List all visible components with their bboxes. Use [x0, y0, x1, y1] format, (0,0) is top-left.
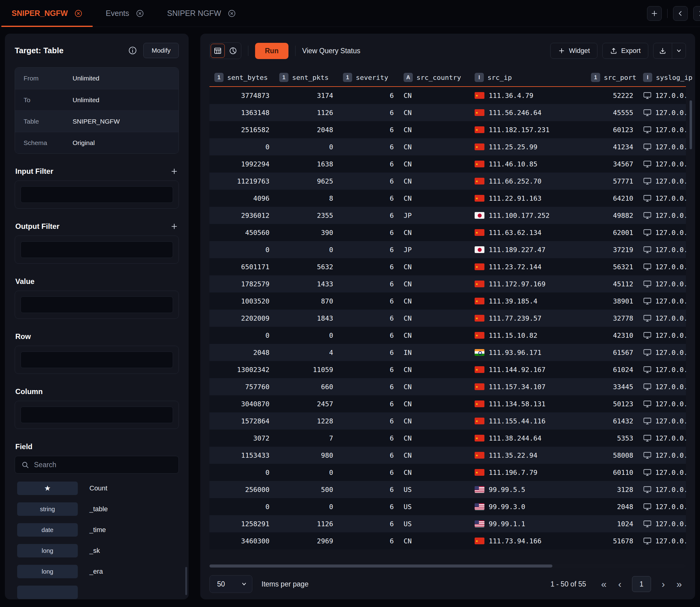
- cell-value: 0: [329, 469, 333, 476]
- table-row[interactable]: 409686CN111.22.91.16364210127.0.0.1: [209, 190, 686, 207]
- field-type-badge: [17, 586, 78, 599]
- add-widget-button[interactable]: Widget: [550, 43, 597, 59]
- column-header-severity[interactable]: 1severity: [338, 68, 399, 86]
- table-row[interactable]: 10035208706CN111.39.185.438901127.0.0.1: [209, 292, 686, 310]
- page-size-select[interactable]: 50: [209, 575, 252, 593]
- input-filter-field[interactable]: [21, 186, 173, 203]
- field-item-count[interactable]: ★Count: [15, 478, 179, 499]
- table-row[interactable]: 006CN111.25.25.9941234127.0.0.1: [209, 138, 686, 155]
- table-view-button[interactable]: [211, 44, 225, 58]
- next-page-button[interactable]: ›: [657, 577, 670, 591]
- column-header-src_country[interactable]: Asrc_country: [399, 68, 470, 86]
- table-row[interactable]: 157286412286CN111.155.44.11661432127.0.0…: [209, 413, 686, 430]
- horizontal-scrollbar-thumb[interactable]: [209, 564, 553, 567]
- prev-page-button[interactable]: ‹: [613, 577, 626, 591]
- table-row[interactable]: 7577606606CN111.157.34.10733445127.0.0.1: [209, 378, 686, 395]
- cell-value: CN: [404, 126, 412, 134]
- table-row[interactable]: 136314811266CN111.56.246.6445555127.0.0.…: [209, 104, 686, 121]
- cell-syslog_ip: 127.0.0.1: [638, 172, 686, 190]
- chart-view-button[interactable]: [226, 44, 240, 58]
- add-input-filter-button[interactable]: [170, 167, 178, 175]
- table-row[interactable]: 11534339806CN111.35.22.9458008127.0.0.1: [209, 447, 686, 464]
- table-row[interactable]: 2560005006US99.99.5.53128127.0.0.1: [209, 481, 686, 498]
- first-page-button[interactable]: «: [597, 577, 611, 591]
- column-header-src_ip[interactable]: Isrc_ip: [470, 68, 586, 86]
- cell-value: 6: [390, 126, 394, 134]
- table-row[interactable]: 006CN111.15.10.8242310127.0.0.1: [209, 327, 686, 344]
- tab-close-icon[interactable]: [136, 9, 144, 17]
- cell-severity: 6: [338, 464, 399, 481]
- info-icon[interactable]: [128, 46, 137, 55]
- table-row[interactable]: 251658220486CN111.182.157.23160123127.0.…: [209, 121, 686, 138]
- table-row[interactable]: 006CN111.196.7.7960110127.0.0.1: [209, 464, 686, 481]
- scroll-tabs-left-button[interactable]: [673, 6, 688, 21]
- column-header-sent_bytes[interactable]: 1sent_bytes: [209, 68, 274, 86]
- output-filter-field[interactable]: [21, 242, 173, 258]
- download-options-button[interactable]: [672, 43, 686, 59]
- cell-src_country: CN: [399, 327, 470, 344]
- table-row[interactable]: 006US99.99.3.02048127.0.0.1: [209, 498, 686, 515]
- field-item--sk[interactable]: long_sk: [15, 540, 179, 561]
- modify-button[interactable]: Modify: [143, 43, 179, 58]
- add-output-filter-button[interactable]: [170, 223, 178, 230]
- host-monitor-icon: [643, 349, 652, 356]
- table-row[interactable]: 304087024576CN111.134.58.13150123127.0.0…: [209, 395, 686, 413]
- download-button[interactable]: [654, 43, 672, 59]
- cell-src_ip: 111.38.244.64: [470, 430, 586, 447]
- cell-value: 5632: [317, 263, 333, 271]
- table-row[interactable]: 13002342110596CN111.144.92.16761024127.0…: [209, 361, 686, 378]
- row-field[interactable]: [21, 352, 173, 368]
- column-header-src_port[interactable]: 1src_port: [586, 68, 638, 86]
- table-row[interactable]: 199229416386CN111.46.10.8534567127.0.0.1: [209, 155, 686, 172]
- host-icon: [643, 520, 652, 528]
- table-row[interactable]: 307276CN111.38.244.645353127.0.0.1: [209, 430, 686, 447]
- field-item--time[interactable]: date_time: [15, 520, 179, 540]
- input-filter-label: Input Filter: [15, 167, 53, 175]
- export-button[interactable]: Export: [602, 43, 648, 59]
- field-search-input[interactable]: [34, 461, 173, 469]
- field-item--era[interactable]: long_era: [15, 561, 179, 582]
- host-icon: [643, 365, 652, 374]
- last-page-button[interactable]: »: [673, 577, 686, 591]
- table-row[interactable]: 293601223556JP111.100.177.25249882127.0.…: [209, 207, 686, 224]
- tab-sniper-ngfw[interactable]: SNIPER NGFW: [156, 0, 247, 27]
- cell-sent_bytes: 13002342: [209, 361, 274, 378]
- table-row[interactable]: 125829111266US99.99.1.11024127.0.0.1: [209, 515, 686, 532]
- tab-sniper-ngfw[interactable]: SNIPER_NGFW: [0, 0, 94, 27]
- value-field[interactable]: [21, 296, 173, 313]
- cell-sent_bytes: 256000: [209, 481, 274, 498]
- cell-sent_bytes: 3460300: [209, 532, 274, 549]
- column-header-syslog_ip[interactable]: Isyslog_ip: [638, 68, 695, 86]
- run-button[interactable]: Run: [255, 43, 288, 59]
- scroll-tabs-right-button[interactable]: [693, 6, 700, 21]
- table-row[interactable]: 346030029696CN111.73.94.16651678127.0.0.…: [209, 532, 686, 549]
- value-label: Value: [15, 277, 35, 286]
- cell-sent_bytes: 3774873: [209, 87, 274, 104]
- table-row[interactable]: 377487331746CN111.36.4.7952222127.0.0.1: [209, 87, 686, 104]
- cell-value: 3072: [253, 435, 269, 442]
- add-tab-button[interactable]: [647, 6, 662, 21]
- cell-sent_pkts: 9625: [274, 172, 338, 190]
- column-field[interactable]: [21, 406, 173, 423]
- tab-close-icon[interactable]: [228, 9, 236, 17]
- column-header-sent_pkts[interactable]: 1sent_pkts: [274, 68, 338, 86]
- table-row[interactable]: 1121976396256CN111.66.252.7057771127.0.0…: [209, 172, 686, 190]
- tab-events[interactable]: Events: [94, 0, 155, 27]
- horizontal-scrollbar[interactable]: [209, 564, 686, 567]
- current-page-input[interactable]: 1: [632, 576, 651, 592]
- table-row[interactable]: 650117156326CN111.23.72.14456321127.0.0.…: [209, 258, 686, 275]
- table-row[interactable]: 204846IN111.93.96.17161567127.0.0.1: [209, 344, 686, 361]
- cell-src_ip: 111.157.34.107: [470, 378, 586, 395]
- cell-src_country: CN: [399, 464, 470, 481]
- table-row[interactable]: 4505603906CN111.63.62.13462001127.0.0.1: [209, 224, 686, 241]
- tab-close-icon[interactable]: [75, 9, 82, 17]
- vertical-scrollbar-thumb[interactable]: [689, 100, 692, 149]
- table-row[interactable]: 178257914336CN111.172.97.16945112127.0.0…: [209, 275, 686, 292]
- cell-value: 2202009: [241, 315, 269, 322]
- table-row[interactable]: 006JP111.189.227.4737219127.0.0.1: [209, 241, 686, 258]
- sidebar-scrollbar[interactable]: [185, 567, 187, 595]
- field-item--table[interactable]: string_table: [15, 499, 179, 520]
- cell-syslog_ip: 127.0.0.1: [638, 275, 686, 292]
- view-query-status-link[interactable]: View Query Status: [302, 47, 360, 55]
- table-row[interactable]: 220200918436CN111.77.239.5732778127.0.0.…: [209, 310, 686, 327]
